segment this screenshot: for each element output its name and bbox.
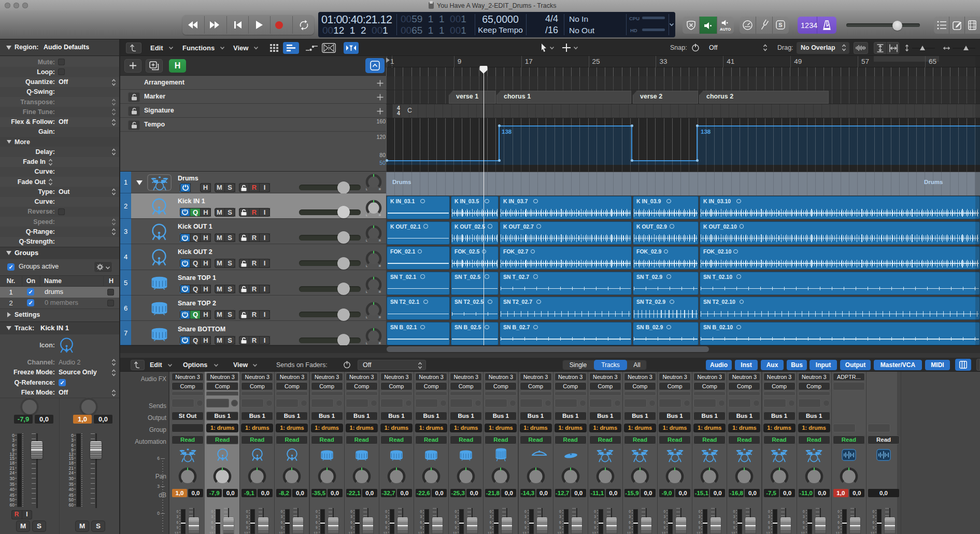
svg-text:S: S xyxy=(778,22,782,28)
